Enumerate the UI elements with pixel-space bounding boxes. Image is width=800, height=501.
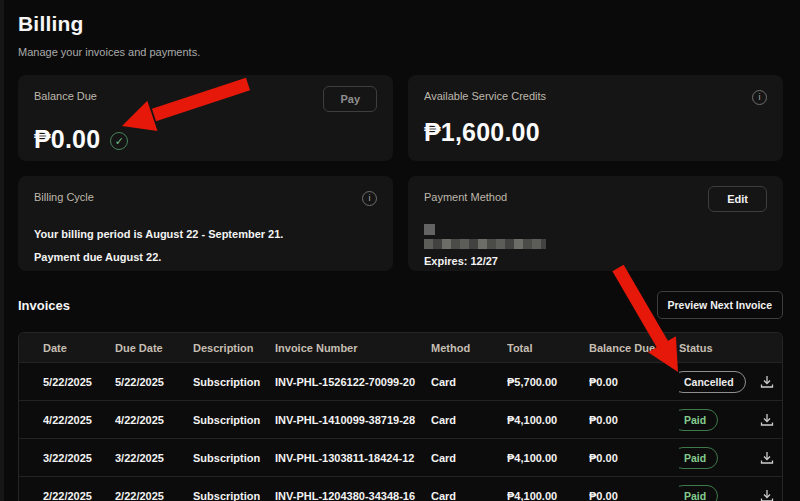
download-icon: [759, 488, 775, 501]
billing-page: Billing Manage your invoices and payment…: [0, 0, 800, 501]
cell-invoice-number: INV-PHL-1204380-34348-16: [275, 490, 431, 501]
cell-date: 5/22/2025: [43, 376, 115, 388]
cell-status: Paid: [679, 409, 755, 431]
table-row: 5/22/2025 5/22/2025 Subscription INV-PHL…: [19, 362, 782, 400]
cell-actions: [755, 372, 782, 392]
cell-date: 3/22/2025: [43, 452, 115, 464]
download-invoice-button[interactable]: [757, 448, 777, 468]
column-header-due-date: Due Date: [115, 342, 193, 354]
column-header-invoice-number: Invoice Number: [275, 342, 431, 354]
cell-balance-due: ₱0.00: [589, 376, 679, 388]
download-icon: [759, 450, 775, 466]
cell-description: Subscription: [193, 452, 275, 464]
download-icon: [759, 374, 775, 390]
cell-method: Card: [431, 414, 507, 426]
payment-method-label: Payment Method: [424, 191, 507, 204]
balance-due-amount: ₱0.00: [34, 125, 100, 154]
cell-description: Subscription: [193, 414, 275, 426]
billing-cycle-info-icon[interactable]: i: [362, 191, 377, 206]
table-row: 3/22/2025 3/22/2025 Subscription INV-PHL…: [19, 438, 782, 476]
cell-status: Paid: [679, 485, 755, 501]
cell-invoice-number: INV-PHL-1410099-38719-28: [275, 414, 431, 426]
cell-balance-due: ₱0.00: [589, 414, 679, 426]
status-badge: Cancelled: [679, 371, 746, 393]
service-credits-label: Available Service Credits: [424, 90, 546, 103]
cell-actions: [755, 410, 782, 430]
invoices-table-header: Date Due Date Description Invoice Number…: [19, 333, 782, 362]
cell-method: Card: [431, 452, 507, 464]
cell-invoice-number: INV-PHL-1526122-70099-20: [275, 376, 431, 388]
column-header-method: Method: [431, 342, 507, 354]
cell-due-date: 4/22/2025: [115, 414, 193, 426]
cell-total: ₱4,100.00: [507, 414, 589, 426]
cell-due-date: 5/22/2025: [115, 376, 193, 388]
cell-status: Paid: [679, 447, 755, 469]
cell-total: ₱5,700.00: [507, 376, 589, 388]
cell-date: 2/22/2025: [43, 490, 115, 501]
balance-due-label: Balance Due: [34, 90, 97, 103]
invoices-table: Date Due Date Description Invoice Number…: [18, 332, 783, 501]
download-invoice-button[interactable]: [757, 486, 777, 501]
service-credits-amount: ₱1,600.00: [424, 118, 540, 147]
billing-period-text: Your billing period is August 22 - Septe…: [34, 228, 377, 240]
status-badge: Paid: [679, 409, 718, 431]
cell-balance-due: ₱0.00: [589, 490, 679, 501]
balance-due-card: Balance Due Pay ₱0.00 ✓: [18, 75, 393, 161]
download-icon: [759, 412, 775, 428]
cell-description: Subscription: [193, 376, 275, 388]
download-invoice-button[interactable]: [757, 372, 777, 392]
summary-cards: Balance Due Pay ₱0.00 ✓ Available Servic…: [18, 75, 783, 271]
billing-cycle-label: Billing Cycle: [34, 191, 94, 204]
cell-date: 4/22/2025: [43, 414, 115, 426]
table-row: 4/22/2025 4/22/2025 Subscription INV-PHL…: [19, 400, 782, 438]
check-circle-icon: ✓: [110, 132, 128, 150]
card-expiry-text: Expires: 12/27: [424, 255, 767, 267]
table-row: 2/22/2025 2/22/2025 Subscription INV-PHL…: [19, 476, 782, 501]
cell-due-date: 3/22/2025: [115, 452, 193, 464]
cell-method: Card: [431, 490, 507, 501]
page-subtitle: Manage your invoices and payments.: [18, 46, 783, 58]
column-header-description: Description: [193, 342, 275, 354]
billing-cycle-card: Billing Cycle i Your billing period is A…: [18, 176, 393, 271]
cell-status: Cancelled: [679, 371, 755, 393]
cell-method: Card: [431, 376, 507, 388]
status-badge: Paid: [679, 485, 718, 501]
invoices-heading: Invoices: [18, 298, 70, 313]
cell-actions: [755, 486, 782, 501]
page-title: Billing: [18, 12, 783, 36]
service-credits-card: Available Service Credits i ₱1,600.00: [408, 75, 783, 161]
payment-due-text: Payment due August 22.: [34, 251, 377, 263]
invoices-table-body: 5/22/2025 5/22/2025 Subscription INV-PHL…: [19, 362, 782, 501]
cell-total: ₱4,100.00: [507, 490, 589, 501]
cell-actions: [755, 448, 782, 468]
preview-next-invoice-button[interactable]: Preview Next Invoice: [657, 291, 783, 319]
column-header-balance-due: Balance Due: [589, 342, 679, 354]
cell-balance-due: ₱0.00: [589, 452, 679, 464]
column-header-date: Date: [43, 342, 115, 354]
card-brand-redacted: [424, 224, 435, 235]
cell-description: Subscription: [193, 490, 275, 501]
column-header-total: Total: [507, 342, 589, 354]
edit-payment-button[interactable]: Edit: [708, 186, 767, 212]
cell-total: ₱4,100.00: [507, 452, 589, 464]
download-invoice-button[interactable]: [757, 410, 777, 430]
status-badge: Paid: [679, 447, 718, 469]
credits-info-icon[interactable]: i: [752, 90, 767, 105]
payment-method-card: Payment Method Edit Expires: 12/27: [408, 176, 783, 271]
cell-due-date: 2/22/2025: [115, 490, 193, 501]
pay-button[interactable]: Pay: [323, 86, 377, 112]
cell-invoice-number: INV-PHL-1303811-18424-12: [275, 452, 431, 464]
card-number-redacted: [424, 239, 546, 249]
column-header-status: Status: [679, 342, 755, 354]
